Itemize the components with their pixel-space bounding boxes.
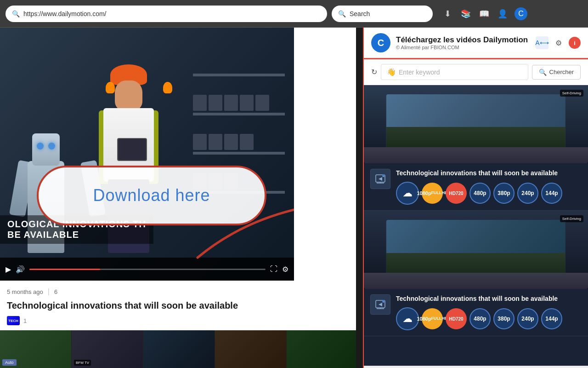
address-bar[interactable]: 🔍 https://www.dailymotion.com/: [6, 6, 327, 22]
translate-icon[interactable]: A⟷: [536, 36, 548, 49]
download-text: Download here: [93, 186, 210, 205]
popup-video-details-2: Technological innovations that will soon…: [396, 294, 582, 330]
subscriber-count: 1: [23, 317, 27, 324]
channel-row: TECH 1: [7, 316, 287, 325]
p480-btn-1[interactable]: 480p: [469, 183, 491, 204]
main-content: OLOGICAL INNOVATIONS THBE AVAILABLE Down…: [0, 28, 588, 368]
popup-title-block: Téléchargez les vidéos Dailymotion © Ali…: [396, 35, 530, 50]
browser-search-label: Search: [350, 10, 370, 17]
popup-video-title-1: Technological innovations that will soon…: [396, 169, 582, 177]
url-text: https://www.dailymotion.com/: [23, 10, 107, 17]
auto-tag: Auto: [2, 359, 17, 366]
browser-search-bar[interactable]: 🔍 Search: [332, 6, 433, 22]
thumb-2[interactable]: BFM TV: [72, 330, 143, 368]
p144-btn-1[interactable]: 144p: [541, 183, 562, 204]
browser-toolbar-icons: ⬇ 📚 📖 👤 C: [441, 7, 527, 20]
popup-video-details-1: Technological innovations that will soon…: [396, 169, 582, 205]
video-thumbnail-icon-2: +: [370, 294, 390, 315]
p380-btn-2[interactable]: 380p: [493, 308, 514, 329]
popup-video-list: Self-Driving +: [364, 85, 588, 366]
quality-buttons-2: ☁ 1080p FULLHD HD 720 480p 380p 24: [396, 307, 582, 330]
hd720-btn-2[interactable]: HD 720: [446, 308, 467, 329]
popup-video-item-2: Self-Driving +: [364, 211, 588, 336]
extension-popup: C Téléchargez les vidéos Dailymotion © A…: [363, 28, 588, 368]
volume-icon[interactable]: 🔊: [16, 265, 25, 274]
keyword-input[interactable]: 👋 Enter keyword: [381, 64, 528, 80]
popup-thumb-1: Self-Driving: [364, 85, 588, 163]
bfm-logo: BFM TV: [74, 360, 91, 366]
wave-emoji: 👋: [387, 68, 396, 76]
info-icon[interactable]: i: [569, 37, 581, 49]
keyword-placeholder: Enter keyword: [399, 69, 440, 76]
fullhd-btn-1[interactable]: 1080p FULLHD: [422, 183, 443, 204]
reader-icon[interactable]: 📖: [478, 7, 491, 20]
video-player[interactable]: OLOGICAL INNOVATIONS THBE AVAILABLE Down…: [0, 28, 294, 281]
bottom-thumbnails: Auto BFM TV: [0, 330, 356, 368]
popup-logo: C: [371, 33, 390, 52]
view-count: 6: [54, 288, 57, 295]
download-circle: Download here: [37, 166, 266, 225]
self-driving-badge-1: Self-Driving: [560, 90, 583, 97]
browser-chrome: 🔍 https://www.dailymotion.com/ 🔍 Search …: [0, 0, 588, 28]
download-overlay[interactable]: Download here: [37, 166, 266, 225]
settings-gear-icon[interactable]: ⚙: [552, 36, 565, 49]
thumb-4[interactable]: [215, 330, 287, 368]
self-driving-badge-2: Self-Driving: [560, 215, 583, 222]
popup-video-info-2: + Technological innovations that will so…: [364, 289, 588, 336]
play-button[interactable]: ▶: [6, 265, 11, 274]
popup-header: C Téléchargez les vidéos Dailymotion © A…: [364, 28, 588, 59]
p380-btn-1[interactable]: 380p: [493, 183, 514, 204]
fullhd-btn-2[interactable]: 1080p FULLHD: [422, 308, 443, 329]
popup-thumb-2: Self-Driving: [364, 211, 588, 289]
popup-video-title-2: Technological innovations that will soon…: [396, 294, 582, 303]
dailymotion-page: OLOGICAL INNOVATIONS THBE AVAILABLE Down…: [0, 28, 356, 368]
p240-btn-2[interactable]: 240p: [517, 308, 538, 329]
download-icon[interactable]: ⬇: [441, 7, 454, 20]
fullscreen-icon[interactable]: ⛶: [270, 265, 277, 273]
hd720-btn-1[interactable]: HD 720: [446, 183, 467, 204]
car-interior-2: Self-Driving: [364, 211, 588, 289]
popup-video-info-1: + Technological innovations that will so…: [364, 163, 588, 210]
cloud-download-btn-2[interactable]: ☁: [396, 307, 419, 330]
popup-subtitle: © Alimenté par FBION.COM: [396, 45, 530, 50]
extension-icon[interactable]: C: [514, 7, 527, 20]
publish-time: 5 months ago: [7, 288, 43, 295]
search-icon-btn: 🔍: [539, 69, 547, 76]
thumb-1[interactable]: Auto: [0, 330, 72, 368]
car-interior-1: Self-Driving: [364, 85, 588, 163]
browser-search-icon: 🔍: [338, 10, 346, 17]
chercher-button[interactable]: 🔍 Chercher: [532, 65, 581, 80]
video-thumbnail-icon-1: +: [370, 169, 390, 189]
refresh-button[interactable]: ↻: [371, 68, 377, 76]
p144-btn-2[interactable]: 144p: [541, 308, 562, 329]
popup-video-item-1: Self-Driving +: [364, 85, 588, 211]
video-title: Technological innovations that will soon…: [7, 299, 287, 311]
p240-btn-1[interactable]: 240p: [517, 183, 538, 204]
profile-icon[interactable]: 👤: [496, 7, 509, 20]
video-background: OLOGICAL INNOVATIONS THBE AVAILABLE Down…: [0, 28, 294, 281]
meta-row: 5 months ago | 6: [7, 288, 287, 296]
quality-buttons-1: ☁ 1080p FULLHD HD 720 480p 380p 24: [396, 182, 582, 205]
popup-header-icons: A⟷ ⚙ i: [536, 36, 581, 49]
address-search-icon: 🔍: [12, 10, 20, 17]
thumb-5[interactable]: [287, 330, 356, 368]
popup-search-row: ↻ 👋 Enter keyword 🔍 Chercher: [364, 59, 588, 85]
meta-separator: |: [48, 288, 50, 296]
p480-btn-2[interactable]: 480p: [469, 308, 491, 329]
popup-footer: ? 👤 Comment utiliser d Ouvrir Dailymotio…: [364, 366, 588, 368]
bookmarks-icon[interactable]: 📚: [459, 7, 472, 20]
cloud-download-btn-1[interactable]: ☁: [396, 182, 419, 205]
popup-title: Téléchargez les vidéos Dailymotion: [396, 35, 530, 45]
channel-logo: TECH: [7, 316, 20, 325]
settings-icon[interactable]: ⚙: [282, 265, 288, 274]
chercher-label: Chercher: [549, 69, 574, 75]
video-controls: ▶ 🔊 ⛶ ⚙: [0, 258, 294, 281]
thumb-3[interactable]: [143, 330, 215, 368]
